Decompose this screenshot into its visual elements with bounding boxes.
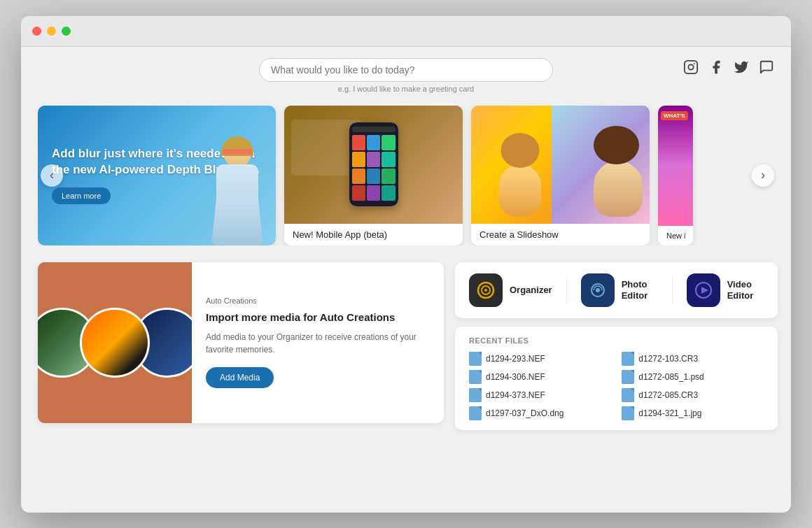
tools-files-section: Organizer Photo E	[455, 262, 778, 430]
hero-card-image: Add blur just where it's needed with the…	[38, 106, 276, 245]
file-item-2[interactable]: d1272-103.CR3	[622, 352, 763, 366]
file-name-2: d1272-103.CR3	[638, 354, 698, 364]
partial-label: New i	[658, 226, 693, 245]
svg-marker-9	[701, 287, 708, 294]
file-icon-3	[469, 370, 482, 384]
auto-creations-label: Auto Creations	[206, 297, 430, 305]
traffic-lights	[32, 27, 71, 36]
bottom-section: Auto Creations Import more media for Aut…	[38, 262, 774, 430]
circle-photos	[38, 308, 192, 378]
file-name-4: d1272-085_1.psd	[638, 372, 704, 382]
social-icons	[683, 59, 774, 75]
svg-point-7	[596, 288, 600, 292]
tools-card: Organizer Photo E	[455, 262, 778, 318]
file-name-7: d1297-037_DxO.dng	[486, 408, 564, 418]
organizer-tool[interactable]: Organizer	[469, 273, 552, 307]
video-editor-tool[interactable]: Video Editor	[687, 273, 764, 307]
maximize-button[interactable]	[62, 27, 71, 36]
auto-creations-card: Auto Creations Import more media for Aut…	[38, 262, 444, 423]
search-hint: e.g. I would like to make a greeting car…	[338, 85, 474, 93]
carousel-item-hero: Add blur just where it's needed with the…	[38, 106, 276, 245]
file-name-6: d1272-085.CR3	[638, 390, 698, 400]
partial-card-image: WHAT'S	[658, 106, 693, 226]
creations-info: Auto Creations Import more media for Aut…	[192, 262, 444, 423]
file-item-6[interactable]: d1272-085.CR3	[622, 388, 763, 402]
svg-point-5	[484, 289, 487, 292]
mobile-app-card-image: EXPLORE	[284, 106, 463, 224]
file-item-8[interactable]: d1294-321_1.jpg	[622, 406, 763, 420]
video-editor-label: Video Editor	[727, 279, 754, 301]
video-editor-icon	[687, 273, 720, 307]
svg-point-1	[688, 64, 693, 69]
titlebar	[21, 16, 791, 47]
circle-photo-2	[80, 308, 150, 378]
file-icon-1	[469, 352, 482, 366]
main-window: e.g. I would like to make a greeting car…	[21, 16, 791, 513]
whats-new-badge: WHAT'S	[661, 111, 688, 120]
svg-point-2	[694, 63, 695, 64]
carousel-items: Add blur just where it's needed with the…	[38, 106, 774, 245]
recent-files-card: RECENT FILES d1294-293.NEF d1272-103.CR3	[455, 327, 778, 430]
photo-editor-icon	[581, 273, 615, 307]
svg-rect-0	[685, 60, 697, 73]
carousel-item-partial: WHAT'S New i	[658, 106, 693, 245]
carousel-next-button[interactable]: ›	[752, 164, 774, 187]
auto-creations-heading: Import more media for Auto Creations	[206, 311, 430, 324]
files-grid: d1294-293.NEF d1272-103.CR3 d1294-306.NE…	[469, 352, 764, 420]
creations-photo	[38, 262, 192, 423]
carousel-item-mobile-app: EXPLORE	[284, 106, 463, 245]
organizer-icon	[469, 273, 503, 307]
carousel-prev-button[interactable]: ‹	[41, 164, 63, 187]
file-icon-4	[622, 370, 634, 384]
file-item-5[interactable]: d1294-373.NEF	[469, 388, 610, 402]
close-button[interactable]	[32, 27, 41, 36]
file-icon-2	[622, 352, 634, 366]
search-area: e.g. I would like to make a greeting car…	[38, 58, 774, 93]
file-icon-6	[622, 388, 634, 402]
file-item-3[interactable]: d1294-306.NEF	[469, 370, 610, 384]
slideshow-label: Create a Slideshow	[471, 224, 650, 245]
hero-person-image	[178, 134, 276, 245]
learn-more-button[interactable]: Learn more	[52, 187, 111, 204]
organizer-label: Organizer	[510, 285, 552, 296]
file-name-3: d1294-306.NEF	[486, 372, 545, 382]
file-item-7[interactable]: d1297-037_DxO.dng	[469, 406, 610, 420]
photo-editor-label: Photo Editor	[622, 279, 648, 301]
facebook-icon[interactable]	[708, 59, 724, 75]
carousel-item-slideshow: TRY THIS 📷	[471, 106, 650, 245]
file-icon-8	[622, 406, 634, 420]
minimize-button[interactable]	[47, 27, 56, 36]
file-name-1: d1294-293.NEF	[486, 354, 545, 364]
photo-editor-tool[interactable]: Photo Editor	[581, 273, 658, 307]
file-icon-7	[469, 406, 482, 420]
mobile-app-label: New! Mobile App (beta)	[284, 224, 463, 245]
search-input[interactable]	[259, 58, 553, 82]
auto-creations-description: Add media to your Organizer to receive c…	[206, 331, 430, 356]
instagram-icon[interactable]	[683, 59, 699, 75]
file-name-8: d1294-321_1.jpg	[638, 408, 701, 418]
file-item-4[interactable]: d1272-085_1.psd	[622, 370, 763, 384]
file-icon-5	[469, 388, 482, 402]
slideshow-card-image: TRY THIS 📷	[471, 106, 650, 224]
recent-files-header: RECENT FILES	[469, 336, 764, 345]
chat-icon[interactable]	[759, 59, 774, 75]
main-content: e.g. I would like to make a greeting car…	[21, 47, 791, 513]
carousel-section: ‹ Add blur just where it's needed with t…	[38, 106, 774, 245]
twitter-icon[interactable]	[734, 59, 749, 75]
file-name-5: d1294-373.NEF	[486, 390, 545, 400]
add-media-button[interactable]: Add Media	[206, 367, 274, 388]
file-item-1[interactable]: d1294-293.NEF	[469, 352, 610, 366]
